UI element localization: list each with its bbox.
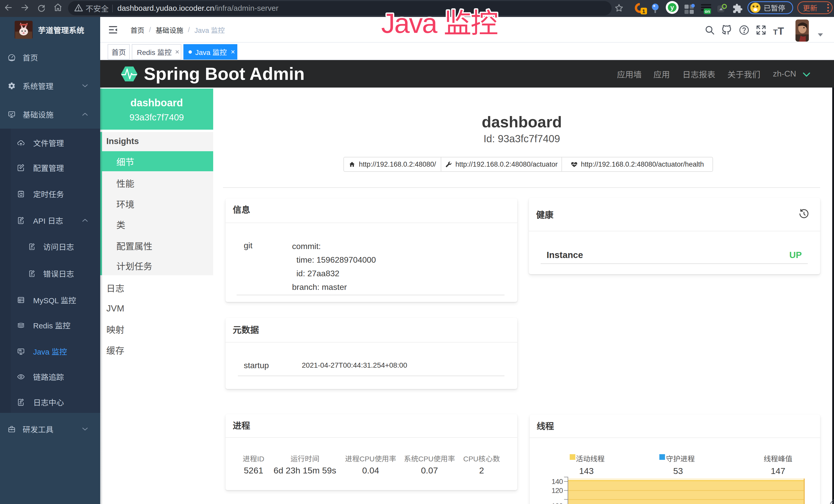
svg-text:1: 1	[642, 8, 645, 14]
svg-text:on: on	[705, 9, 710, 14]
svg-text:Java 监控: Java 监控	[381, 8, 498, 39]
svg-text:y: y	[671, 4, 674, 11]
